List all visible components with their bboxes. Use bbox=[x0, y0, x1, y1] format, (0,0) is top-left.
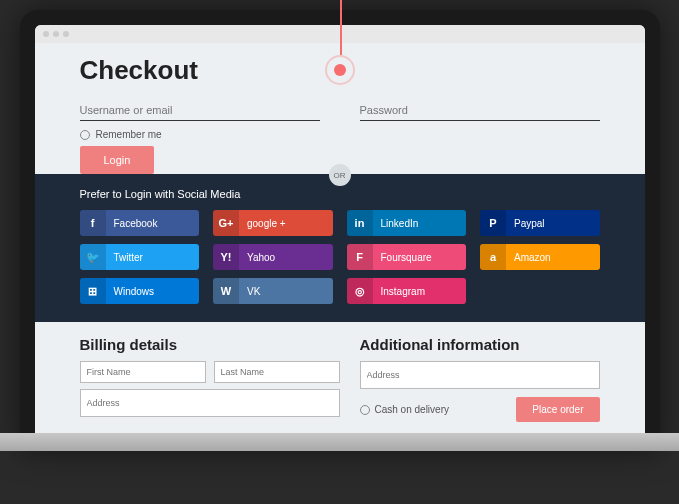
additional-column: Additional information Cash on delivery … bbox=[360, 336, 600, 423]
page-content: Checkout Remember me Login OR Prefer to … bbox=[35, 43, 645, 433]
additional-heading: Additional information bbox=[360, 336, 600, 353]
paypal-label: Paypal bbox=[506, 218, 545, 229]
linkedin-button[interactable]: in LinkedIn bbox=[347, 210, 467, 236]
window-control-icon bbox=[53, 31, 59, 37]
indicator-line bbox=[340, 0, 342, 55]
foursquare-icon: F bbox=[347, 244, 373, 270]
foursquare-button[interactable]: F Foursquare bbox=[347, 244, 467, 270]
google-button[interactable]: G+ google + bbox=[213, 210, 333, 236]
cod-label: Cash on delivery bbox=[375, 404, 449, 415]
laptop-base bbox=[0, 433, 679, 451]
instagram-label: Instagram bbox=[373, 286, 425, 297]
last-name-input[interactable] bbox=[214, 361, 340, 383]
yahoo-button[interactable]: Y! Yahoo bbox=[213, 244, 333, 270]
facebook-button[interactable]: f Facebook bbox=[80, 210, 200, 236]
amazon-icon: a bbox=[480, 244, 506, 270]
social-login-section: OR Prefer to Login with Social Media f F… bbox=[35, 174, 645, 322]
twitter-label: Twitter bbox=[106, 252, 143, 263]
google-label: google + bbox=[239, 218, 286, 229]
indicator-dot bbox=[325, 55, 355, 85]
password-input[interactable] bbox=[360, 100, 600, 121]
paypal-icon: P bbox=[480, 210, 506, 236]
or-divider: OR bbox=[329, 164, 351, 186]
login-button[interactable]: Login bbox=[80, 146, 155, 174]
remember-row: Remember me bbox=[80, 129, 600, 140]
social-grid: f Facebook G+ google + in LinkedIn P Pay… bbox=[80, 210, 600, 304]
empty-cell bbox=[480, 278, 600, 304]
additional-address-input[interactable] bbox=[360, 361, 600, 389]
twitter-button[interactable]: 🐦 Twitter bbox=[80, 244, 200, 270]
windows-button[interactable]: ⊞ Windows bbox=[80, 278, 200, 304]
username-input[interactable] bbox=[80, 100, 320, 121]
place-order-button[interactable]: Place order bbox=[516, 397, 599, 422]
yahoo-icon: Y! bbox=[213, 244, 239, 270]
instagram-icon: ◎ bbox=[347, 278, 373, 304]
social-title: Prefer to Login with Social Media bbox=[80, 188, 600, 200]
cod-radio[interactable] bbox=[360, 405, 370, 415]
monitor-frame: Checkout Remember me Login OR Prefer to … bbox=[20, 10, 660, 451]
first-name-input[interactable] bbox=[80, 361, 206, 383]
twitter-icon: 🐦 bbox=[80, 244, 106, 270]
paypal-button[interactable]: P Paypal bbox=[480, 210, 600, 236]
window-control-icon bbox=[43, 31, 49, 37]
vk-label: VK bbox=[239, 286, 260, 297]
browser-window: Checkout Remember me Login OR Prefer to … bbox=[35, 25, 645, 433]
billing-column: Billing details bbox=[80, 336, 340, 423]
windows-icon: ⊞ bbox=[80, 278, 106, 304]
facebook-label: Facebook bbox=[106, 218, 158, 229]
linkedin-label: LinkedIn bbox=[373, 218, 419, 229]
windows-label: Windows bbox=[106, 286, 155, 297]
login-inputs-row bbox=[80, 100, 600, 121]
vk-button[interactable]: W VK bbox=[213, 278, 333, 304]
instagram-button[interactable]: ◎ Instagram bbox=[347, 278, 467, 304]
amazon-label: Amazon bbox=[506, 252, 551, 263]
billing-address-input[interactable] bbox=[80, 389, 340, 417]
vk-icon: W bbox=[213, 278, 239, 304]
bottom-section: Billing details Additional information bbox=[80, 322, 600, 433]
remember-label: Remember me bbox=[96, 129, 162, 140]
foursquare-label: Foursquare bbox=[373, 252, 432, 263]
billing-heading: Billing details bbox=[80, 336, 340, 353]
window-control-icon bbox=[63, 31, 69, 37]
facebook-icon: f bbox=[80, 210, 106, 236]
remember-radio[interactable] bbox=[80, 130, 90, 140]
amazon-button[interactable]: a Amazon bbox=[480, 244, 600, 270]
linkedin-icon: in bbox=[347, 210, 373, 236]
google-icon: G+ bbox=[213, 210, 239, 236]
yahoo-label: Yahoo bbox=[239, 252, 275, 263]
